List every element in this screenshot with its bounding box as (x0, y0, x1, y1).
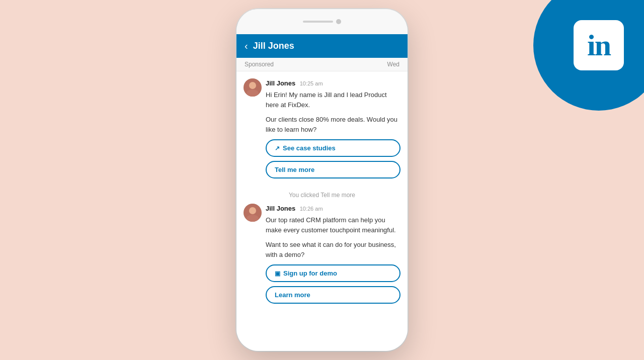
see-case-studies-label: See case studies (283, 144, 336, 152)
svg-point-1 (249, 82, 256, 89)
buttons-group-1: ↗ See case studies Tell me more (266, 139, 400, 183)
tell-me-more-button[interactable]: Tell me more (266, 161, 400, 178)
see-case-studies-button[interactable]: ↗ See case studies (266, 139, 400, 157)
chat-header: ‹ Jill Jones (236, 34, 408, 58)
chat-contact-name: Jill Jones (253, 41, 294, 51)
avatar-1 (244, 78, 262, 97)
sign-up-demo-button[interactable]: ▣ Sign up for demo (266, 264, 400, 282)
calendar-icon: ▣ (275, 270, 280, 277)
sender-line-1: Jill Jones 10:25 am (266, 78, 400, 87)
sender-name-1: Jill Jones (266, 79, 295, 87)
message-time-2: 10:26 am (300, 206, 323, 212)
linkedin-circle: in (533, 0, 644, 111)
svg-point-4 (249, 207, 256, 214)
sponsored-bar: Sponsored Wed (236, 58, 408, 71)
sender-line-2: Jill Jones 10:26 am (266, 204, 400, 213)
message-para-2a: Our top rated CRM platform can help you … (266, 215, 400, 235)
buttons-group-2: ▣ Sign up for demo Learn more (266, 264, 400, 308)
external-link-icon: ↗ (275, 145, 280, 152)
avatar-2 (244, 204, 262, 222)
message-para-1b: Our clients close 80% more deals. Would … (266, 115, 400, 134)
phone-notch (303, 19, 341, 24)
message-para-2b: Want to see what it can do for your busi… (266, 240, 400, 259)
sign-up-demo-label: Sign up for demo (283, 269, 337, 277)
sender-name-2: Jill Jones (266, 205, 295, 212)
tell-me-more-label: Tell me more (275, 166, 314, 173)
message-block-1: Jill Jones 10:25 am Hi Erin! My name is … (244, 78, 400, 183)
message-content-2: Jill Jones 10:26 am Our top rated CRM pl… (266, 204, 400, 308)
chat-area: Jill Jones 10:25 am Hi Erin! My name is … (236, 71, 408, 351)
message-para-1a: Hi Erin! My name is Jill and I lead Prod… (266, 90, 400, 110)
message-time-1: 10:25 am (300, 80, 323, 86)
phone-notch-line (303, 21, 333, 23)
phone-container: ‹ Jill Jones Sponsored Wed (236, 9, 408, 351)
linkedin-logo: in (574, 20, 624, 70)
day-label: Wed (387, 61, 399, 68)
clicked-status-text: You clicked Tell me more (244, 192, 400, 199)
linkedin-in-text: in (587, 28, 610, 63)
phone-outer: ‹ Jill Jones Sponsored Wed (236, 9, 408, 351)
back-button[interactable]: ‹ (245, 40, 248, 52)
phone-status-bar (236, 9, 408, 34)
learn-more-label: Learn more (275, 291, 310, 299)
message-block-2: Jill Jones 10:26 am Our top rated CRM pl… (244, 204, 400, 308)
message-content-1: Jill Jones 10:25 am Hi Erin! My name is … (266, 78, 400, 183)
learn-more-button[interactable]: Learn more (266, 286, 400, 304)
phone-camera (336, 19, 341, 24)
sponsored-label: Sponsored (245, 61, 274, 68)
